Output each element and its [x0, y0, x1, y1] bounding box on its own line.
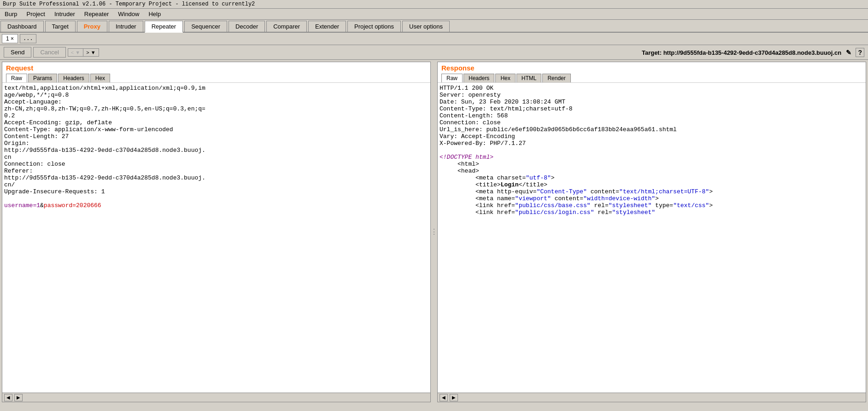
- tab-intruder[interactable]: Intruder: [109, 21, 143, 32]
- response-title-tag: Login: [501, 181, 519, 188]
- tab-project-options[interactable]: Project options: [347, 21, 401, 32]
- response-scroll-left[interactable]: ◀: [440, 394, 448, 401]
- response-footer: ◀ ▶: [438, 393, 866, 402]
- toolbar: Send Cancel < ▼ > ▼ Target: http://9d555…: [0, 45, 868, 60]
- response-doctype: <!DOCTYPE html>: [440, 154, 493, 161]
- request-scroll-left[interactable]: ◀: [4, 394, 12, 401]
- sub-tab-bar: 1 × ...: [0, 33, 868, 45]
- request-tab-hex[interactable]: Hex: [90, 74, 110, 82]
- menu-help[interactable]: Help: [146, 10, 164, 18]
- tab-proxy[interactable]: Proxy: [77, 21, 107, 32]
- response-link-login-rel: "stylesheet": [612, 209, 656, 216]
- response-tab-headers[interactable]: Headers: [463, 74, 494, 82]
- nav-buttons: < ▼ > ▼: [68, 48, 99, 57]
- send-button[interactable]: Send: [4, 47, 31, 58]
- tab-user-options[interactable]: User options: [402, 21, 450, 32]
- response-scroll-right[interactable]: ▶: [450, 394, 458, 401]
- request-tab-params[interactable]: Params: [28, 74, 57, 82]
- request-panel-header: Request Raw Params Headers Hex: [2, 62, 430, 83]
- sub-tab-1[interactable]: 1 ×: [2, 34, 18, 43]
- request-content[interactable]: text/html,application/xhtml+xml,applicat…: [2, 83, 430, 393]
- menu-project[interactable]: Project: [23, 10, 47, 18]
- help-icon[interactable]: ?: [856, 48, 864, 57]
- request-tab-raw[interactable]: Raw: [6, 74, 27, 82]
- response-panel: Response Raw Headers Hex HTML Render HTT…: [437, 62, 866, 402]
- request-username-param: username=1: [4, 202, 40, 209]
- sub-tab-dots[interactable]: ...: [20, 34, 36, 43]
- cancel-button[interactable]: Cancel: [33, 47, 65, 58]
- target-url: http://9d555fda-b135-4292-9edd-c370d4a28…: [663, 49, 842, 56]
- menu-burp[interactable]: Burp: [2, 10, 20, 18]
- response-meta-content: "text/html;charset=UTF-8": [619, 188, 709, 195]
- response-content[interactable]: HTTP/1.1 200 OK Server: openresty Date: …: [438, 83, 866, 393]
- request-title: Request: [6, 64, 427, 72]
- tab-comparer[interactable]: Comparer: [266, 21, 307, 32]
- response-tab-hex[interactable]: Hex: [495, 74, 515, 82]
- response-tab-render[interactable]: Render: [542, 74, 570, 82]
- response-tabs: Raw Headers Hex HTML Render: [441, 74, 862, 82]
- request-footer: ◀ ▶: [2, 393, 430, 402]
- edit-icon[interactable]: ✎: [846, 49, 851, 56]
- response-panel-header: Response Raw Headers Hex HTML Render: [438, 62, 866, 83]
- response-body: HTTP/1.1 200 OK Server: openresty Date: …: [440, 85, 713, 216]
- response-charset-attr: "utf-8": [526, 174, 551, 181]
- response-link-base-rel: "stylesheet": [609, 202, 652, 209]
- request-tab-headers[interactable]: Headers: [58, 74, 89, 82]
- target-label: Target:: [642, 49, 662, 56]
- response-meta-viewport-content: "width=device-width": [583, 195, 655, 202]
- request-panel: Request Raw Params Headers Hex text/html…: [2, 62, 431, 402]
- menu-intruder[interactable]: Intruder: [52, 10, 78, 18]
- nav-next-button[interactable]: > ▼: [83, 49, 98, 56]
- response-tab-raw[interactable]: Raw: [441, 74, 463, 82]
- response-title: Response: [441, 64, 862, 72]
- request-tabs: Raw Params Headers Hex: [6, 74, 427, 82]
- tab-target[interactable]: Target: [45, 21, 76, 32]
- request-body: text/html,application/xhtml+xml,applicat…: [4, 85, 205, 209]
- tab-repeater[interactable]: Repeater: [145, 21, 183, 33]
- target-info: Target: http://9d555fda-b135-4292-9edd-c…: [642, 49, 864, 56]
- nav-prev-button[interactable]: < ▼: [68, 49, 83, 56]
- tab-decoder[interactable]: Decoder: [229, 21, 265, 32]
- request-password-param: password=2020666: [44, 202, 101, 209]
- main-tab-bar: Dashboard Target Proxy Intruder Repeater…: [0, 20, 868, 33]
- response-link-base-href: "public/css/base.css": [515, 202, 591, 209]
- tab-dashboard[interactable]: Dashboard: [0, 21, 44, 32]
- title-text: Burp Suite Professional v2.1.06 - Tempor…: [3, 1, 255, 7]
- content-area: Request Raw Params Headers Hex text/html…: [0, 60, 868, 404]
- response-tab-html[interactable]: HTML: [516, 74, 542, 82]
- tab-sequencer[interactable]: Sequencer: [184, 21, 227, 32]
- menu-repeater[interactable]: Repeater: [82, 10, 111, 18]
- tab-extender[interactable]: Extender: [308, 21, 346, 32]
- request-scroll-right[interactable]: ▶: [14, 394, 23, 401]
- response-meta-equiv: "Content-Type": [537, 188, 587, 195]
- menu-window[interactable]: Window: [115, 10, 142, 18]
- menu-bar: Burp Project Intruder Repeater Window He…: [0, 9, 868, 20]
- response-link-base-type: "text/css": [673, 202, 709, 209]
- panel-divider[interactable]: [433, 60, 435, 404]
- response-link-login-href: "public/css/login.css": [515, 209, 594, 216]
- title-bar: Burp Suite Professional v2.1.06 - Tempor…: [0, 0, 868, 9]
- response-meta-viewport-name: "viewport": [515, 195, 551, 202]
